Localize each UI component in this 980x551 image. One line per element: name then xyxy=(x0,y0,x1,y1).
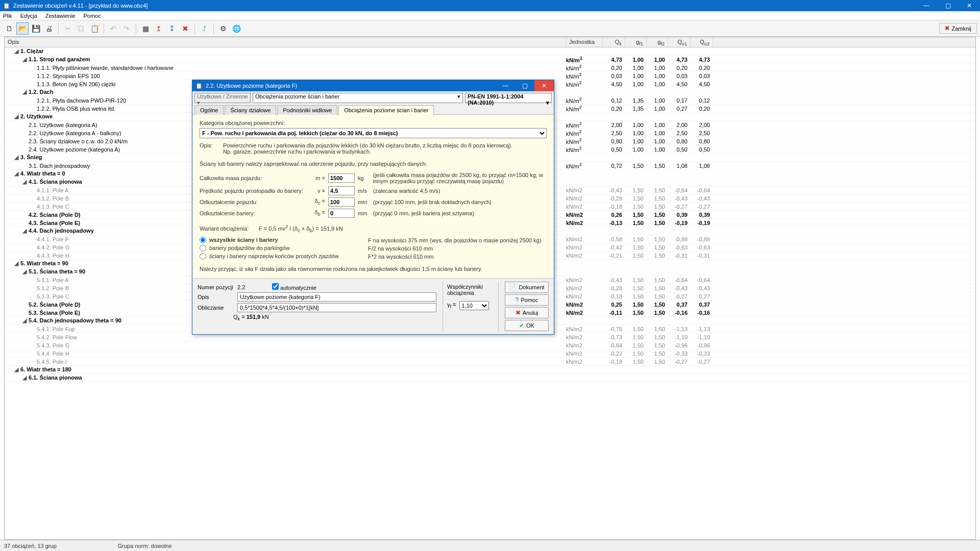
dialog-minimize-button[interactable]: — xyxy=(496,80,515,91)
grid-header: Opis Jednostka Qk gf1 gf2 Qo1 Qo2 xyxy=(5,37,975,47)
redo-icon[interactable]: ↷ xyxy=(120,22,133,35)
maximize-button[interactable]: ▢ xyxy=(937,0,959,11)
tree-toggle-icon[interactable]: ◢ xyxy=(22,56,27,63)
table-row[interactable]: 1.1.1. Płyty pilśniowe twarde, standardo… xyxy=(5,64,975,72)
copy-icon[interactable]: ⿻ xyxy=(75,22,87,35)
minimize-button[interactable]: — xyxy=(916,0,937,11)
menu-edit[interactable]: Edycja xyxy=(20,13,37,19)
combo-norm[interactable]: PN-EN 1991-1-1:2004 (NA:2010) ▾ xyxy=(465,93,552,103)
auto-checkbox[interactable] xyxy=(272,283,279,290)
cut-icon[interactable]: ✂ xyxy=(62,22,74,35)
table-row[interactable]: ◢ 1.1. Strop nad garażemkN/m24,731,001,0… xyxy=(5,56,975,64)
table-row[interactable]: 5.4.3. Pole GkN/m2-0,641,501,50-0,96-0,9… xyxy=(5,341,975,349)
print-icon[interactable]: 🖨 xyxy=(43,22,55,35)
table-row[interactable]: 1.1.2. Styropian EPS 100kN/m20,031,001,0… xyxy=(5,72,975,80)
ok-button[interactable]: ✔OK xyxy=(505,320,549,331)
col-unit[interactable]: Jednostka xyxy=(566,37,603,47)
v-input[interactable] xyxy=(328,186,355,195)
paste-icon[interactable]: 📋 xyxy=(88,22,101,35)
col-qo2[interactable]: Qo2 xyxy=(691,37,713,47)
document-icon: 📄 xyxy=(509,284,517,291)
save-icon[interactable]: 💾 xyxy=(30,22,42,35)
row-qo2: -0,19 xyxy=(691,220,713,226)
radio-ramps[interactable] xyxy=(200,245,206,252)
tab-forklifts[interactable]: Podnośniki widłowe xyxy=(277,105,337,115)
close-window-button[interactable]: ✕ xyxy=(959,0,980,11)
move-up-icon[interactable]: ↥ xyxy=(153,22,165,35)
row-label: 2.2. Użytkowe (kategoria A - balkony) xyxy=(27,130,121,136)
col-qk[interactable]: Qk xyxy=(603,37,625,47)
col-gf1[interactable]: gf1 xyxy=(625,37,647,47)
delete-icon[interactable]: ✖ xyxy=(179,22,191,35)
table-row[interactable]: ◢ 1. Ciężar xyxy=(5,47,975,56)
gf-select[interactable]: 1,10 xyxy=(459,301,489,310)
table-row[interactable]: ◢ 6.1. Ściana pionowa xyxy=(5,374,975,382)
dc-input[interactable] xyxy=(328,197,355,207)
menu-help[interactable]: Pomoc xyxy=(83,13,101,19)
tree-toggle-icon[interactable]: ◢ xyxy=(14,366,19,373)
col-gf2[interactable]: gf2 xyxy=(647,37,668,47)
combo-load-subtype[interactable]: Obciążenia poziome ścian i barier ▾ xyxy=(253,93,463,103)
tree-toggle-icon[interactable]: ◢ xyxy=(22,89,27,95)
row-gf1: 1,50 xyxy=(625,293,647,299)
tree-toggle-icon[interactable]: ◢ xyxy=(14,113,19,120)
db-unit: mm xyxy=(358,210,370,216)
radio-descent-ends[interactable] xyxy=(200,253,206,260)
m-input[interactable] xyxy=(328,173,355,183)
undo-icon[interactable]: ↶ xyxy=(107,22,119,35)
tab-general[interactable]: Ogólne xyxy=(194,105,224,115)
category-select[interactable]: F - Pow. ruchu i parkowania dla poj. lek… xyxy=(200,128,547,138)
cancel-button[interactable]: ✖Anuluj xyxy=(505,307,549,318)
db-input[interactable] xyxy=(328,209,355,218)
radio-all-walls[interactable] xyxy=(200,237,206,243)
tab-horizontal-loads[interactable]: Obciążenia poziome ścian i barier xyxy=(338,105,434,115)
tree-toggle-icon[interactable]: ◢ xyxy=(22,317,27,324)
row-unit: kN/m2 xyxy=(566,195,603,202)
bottom-obl-input[interactable] xyxy=(237,303,436,312)
row-qo1: -1,10 xyxy=(668,334,691,340)
row-label: 5.4.5. Pole I xyxy=(35,359,67,365)
radio3-note: F*2 na wysokości 610 mm xyxy=(368,254,547,260)
tree-toggle-icon[interactable]: ◢ xyxy=(14,48,19,55)
bottom-opis-input[interactable] xyxy=(237,292,436,302)
row-qo1: 0,39 xyxy=(668,212,691,218)
col-qo1[interactable]: Qo1 xyxy=(668,37,691,47)
new-icon[interactable]: 🗋 xyxy=(3,22,15,35)
dc-label: Odkształcenie pojazdu: xyxy=(200,199,307,205)
move-down-icon[interactable]: ↧ xyxy=(166,22,178,35)
row-qo2: -0,64 xyxy=(691,277,713,283)
table-row[interactable]: 5.4.5. Pole IkN/m2-0,181,501,50-0,27-0,2… xyxy=(5,358,975,366)
dialog-title-bar[interactable]: 📋 2.2. Użytkowe poziome (kategoria F) — … xyxy=(192,80,554,91)
dialog-maximize-button[interactable]: ▢ xyxy=(515,80,534,91)
tree-toggle-icon[interactable]: ◢ xyxy=(14,170,19,177)
table-row[interactable]: ◢ 6. Wiatr theta = 180 xyxy=(5,366,975,374)
menu-report[interactable]: Zestawienie xyxy=(45,13,76,19)
dc-unit: mm xyxy=(358,199,370,205)
tree-toggle-icon[interactable]: ◢ xyxy=(14,260,19,267)
row-label: 1.1.1. Płyty pilśniowe twarde, standardo… xyxy=(35,65,174,71)
add-icon[interactable]: ⤴ xyxy=(198,22,210,35)
tab-partition-walls[interactable]: Ściany działowe xyxy=(225,105,276,115)
globe-icon[interactable]: 🌐 xyxy=(230,22,242,35)
tree-toggle-icon[interactable]: ◢ xyxy=(22,179,27,185)
row-gf2: 1,00 xyxy=(647,130,668,136)
tree-toggle-icon[interactable]: ◢ xyxy=(22,268,27,275)
row-qo2: 0,80 xyxy=(691,138,713,144)
pos-value: 2.2 xyxy=(237,284,268,290)
tree-toggle-icon[interactable]: ◢ xyxy=(22,374,27,381)
row-gf1: 1,35 xyxy=(625,106,647,112)
table-row[interactable]: 5.4.4. Pole HkN/m2-0,221,501,50-0,33-0,3… xyxy=(5,349,975,358)
tree-toggle-icon[interactable]: ◢ xyxy=(22,228,27,234)
settings-icon[interactable]: ⚙ xyxy=(217,22,229,35)
row-label: 6. Wiatr theta = 180 xyxy=(19,366,71,372)
close-button[interactable]: ✖Zamknij xyxy=(939,23,977,34)
col-description[interactable]: Opis xyxy=(5,37,566,47)
dialog-close-button[interactable]: ✕ xyxy=(534,80,554,91)
combo-load-type[interactable]: Użytkowe / Zmienne ▾ xyxy=(194,93,251,103)
menu-file[interactable]: Plik xyxy=(3,13,12,19)
help-button[interactable]: ?Pomoc xyxy=(505,294,549,306)
table-icon[interactable]: ▦ xyxy=(139,22,152,35)
open-icon[interactable]: 📂 xyxy=(16,22,29,35)
tree-toggle-icon[interactable]: ◢ xyxy=(14,154,19,161)
document-button[interactable]: 📄Dokument xyxy=(505,282,549,293)
